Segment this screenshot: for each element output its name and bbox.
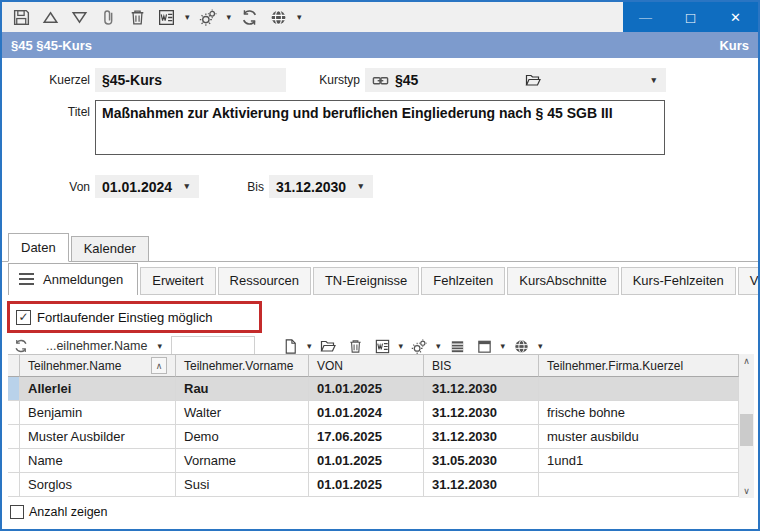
kuerzel-field[interactable]: §45-Kurs	[95, 68, 286, 92]
continuous-entry-highlight: ✓ Fortlaufender Einstieg möglich	[7, 301, 262, 333]
kurstyp-field[interactable]: §45 ▾	[365, 68, 666, 92]
save-button[interactable]	[8, 4, 35, 30]
triangle-up-icon	[41, 8, 60, 27]
table-row[interactable]: Sorglos Susi 01.01.2025 31.12.2030	[8, 473, 739, 497]
table-row[interactable]: Allerlei Rau 01.01.2025 31.12.2030	[8, 377, 739, 401]
scroll-up-icon[interactable]: ∧	[743, 354, 750, 368]
table-scrollbar[interactable]: ∧ ∨	[739, 354, 754, 498]
move-up-button[interactable]	[37, 4, 64, 30]
grid-web-caret[interactable]: ▾	[535, 342, 546, 351]
word-export-button[interactable]	[153, 4, 180, 30]
top-bar: ▾ ▾ ▾ — □ ✕	[2, 2, 758, 32]
cell-name: Name	[20, 449, 176, 473]
web-caret[interactable]: ▾	[294, 13, 305, 22]
hamburger-menu-icon[interactable]	[19, 273, 34, 286]
row-marker	[8, 449, 20, 473]
table-header-row: Teilnehmer.Name∧ Teilnehmer.Vorname VON …	[8, 354, 739, 377]
tab-kalender[interactable]: Kalender	[71, 236, 149, 261]
scroll-down-icon[interactable]: ∨	[743, 484, 750, 498]
cell-name: Benjamin	[20, 401, 176, 425]
grid-settings-caret[interactable]: ▾	[433, 342, 444, 351]
kurstyp-caret[interactable]: ▾	[648, 76, 659, 85]
cell-vorname: Susi	[176, 473, 309, 497]
refresh-icon	[240, 8, 259, 27]
tab-kurs-fehlzeiten[interactable]: Kurs-Fehlzeiten	[621, 267, 736, 295]
titel-value: Maßnahmen zur Aktivierung und berufliche…	[102, 105, 613, 121]
cell-firma: 1und1	[539, 449, 739, 473]
tab-kursabschnitte[interactable]: KursAbschnitte	[507, 267, 618, 295]
titel-field[interactable]: Maßnahmen zur Aktivierung und berufliche…	[95, 100, 665, 155]
settings-caret[interactable]: ▾	[224, 13, 235, 22]
tab-fehlzeiten[interactable]: Fehlzeiten	[421, 267, 505, 295]
continuous-entry-checkbox[interactable]: ✓	[16, 310, 31, 325]
bis-value: 31.12.2030	[276, 179, 346, 195]
continuous-entry-label: Fortlaufender Einstieg möglich	[37, 310, 213, 325]
header-teilnehmer-vorname[interactable]: Teilnehmer.Vorname	[176, 354, 309, 377]
header-firma-kuerzel[interactable]: Teilnehmer.Firma.Kuerzel	[539, 354, 739, 377]
word-document-icon	[157, 8, 176, 27]
attachment-button[interactable]	[95, 4, 122, 30]
trash-icon	[128, 8, 147, 27]
settings-button[interactable]	[195, 4, 222, 30]
tab-tn-ereignisse[interactable]: TN-Ereignisse	[313, 267, 419, 295]
cell-von: 01.01.2025	[309, 449, 424, 473]
delete-button[interactable]	[124, 4, 151, 30]
cell-vorname: Demo	[176, 425, 309, 449]
tab-erweitert[interactable]: Erweitert	[140, 267, 215, 295]
word-export-caret[interactable]: ▾	[182, 13, 193, 22]
cell-firma: muster ausbildu	[539, 425, 739, 449]
anzahl-zeigen-checkbox[interactable]	[10, 505, 24, 519]
tab-verweildauer[interactable]: Verweildauer	[738, 267, 760, 295]
anzahl-zeigen-label: Anzahl zeigen	[29, 505, 108, 519]
filter-column-selector[interactable]: ...eilnehmer.Name ▾	[46, 339, 165, 353]
grid-word-caret[interactable]: ▾	[396, 342, 407, 351]
module-label: Kurs	[719, 38, 749, 53]
titel-label: Titel	[2, 105, 90, 119]
word-document-icon	[374, 338, 391, 355]
table-row[interactable]: Name Vorname 01.01.2025 31.05.2030 1und1	[8, 449, 739, 473]
new-record-caret[interactable]: ▾	[304, 342, 315, 351]
row-marker	[8, 377, 20, 401]
table-row[interactable]: Benjamin Walter 01.01.2024 31.12.2030 fr…	[8, 401, 739, 425]
open-folder-icon[interactable]	[524, 71, 542, 89]
filter-caret: ▾	[154, 342, 165, 351]
cell-vorname: Vorname	[176, 449, 309, 473]
cell-von: 01.01.2025	[309, 473, 424, 497]
tab-anmeldungen[interactable]: Anmeldungen	[8, 263, 138, 295]
main-toolbar: ▾ ▾ ▾	[2, 2, 623, 32]
main-tab-strip: Daten Kalender	[2, 235, 758, 262]
web-button[interactable]	[265, 4, 292, 30]
bis-caret[interactable]: ▾	[355, 182, 366, 191]
minimize-button[interactable]: —	[623, 2, 668, 32]
cell-von: 17.06.2025	[309, 425, 424, 449]
participants-table: Teilnehmer.Name∧ Teilnehmer.Vorname VON …	[8, 354, 739, 497]
von-field[interactable]: 01.01.2024▾	[95, 175, 199, 198]
column-layout-caret[interactable]: ▾	[498, 342, 509, 351]
header-von[interactable]: VON	[309, 354, 424, 377]
save-icon	[12, 8, 31, 27]
cell-name: Sorglos	[20, 473, 176, 497]
table-rows-icon	[449, 338, 466, 355]
close-button[interactable]: ✕	[713, 2, 758, 32]
new-document-icon	[282, 338, 299, 355]
tab-daten[interactable]: Daten	[8, 233, 69, 262]
von-caret[interactable]: ▾	[181, 182, 192, 191]
window-columns-icon	[476, 338, 493, 355]
cell-bis: 31.12.2030	[424, 473, 539, 497]
scrollbar-thumb[interactable]	[740, 414, 753, 446]
window-controls: — □ ✕	[623, 2, 758, 32]
table-row[interactable]: Muster Ausbilder Demo 17.06.2025 31.12.2…	[8, 425, 739, 449]
tab-ressourcen[interactable]: Ressourcen	[218, 267, 311, 295]
cell-bis: 31.12.2030	[424, 425, 539, 449]
header-teilnehmer-name[interactable]: Teilnehmer.Name∧	[20, 354, 176, 377]
move-down-button[interactable]	[66, 4, 93, 30]
cell-bis: 31.05.2030	[424, 449, 539, 473]
refresh-button[interactable]	[236, 4, 263, 30]
maximize-button[interactable]: □	[668, 2, 713, 32]
cell-name: Allerlei	[20, 377, 176, 401]
cell-von: 01.01.2024	[309, 401, 424, 425]
table-footer: Anzahl zeigen	[10, 505, 108, 519]
bis-field[interactable]: 31.12.2030▾	[269, 175, 373, 198]
globe-icon	[269, 8, 288, 27]
header-bis[interactable]: BIS	[424, 354, 539, 377]
